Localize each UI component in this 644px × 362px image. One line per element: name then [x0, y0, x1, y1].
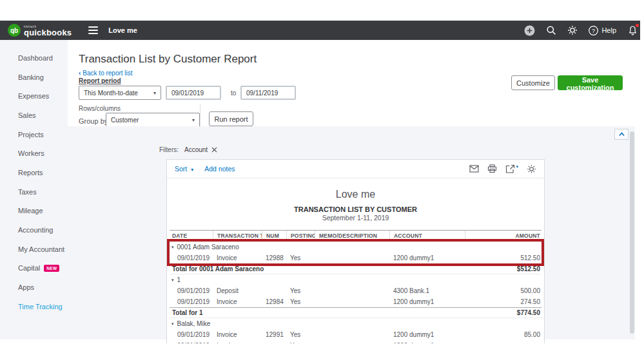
report-period-select[interactable]: This Month-to-date ▾ — [79, 86, 161, 100]
cell-transaction-type: Invoice — [213, 331, 262, 338]
group-by-label: Group by — [79, 117, 108, 125]
sort-dropdown[interactable]: Sort▾ — [175, 165, 193, 173]
transaction-row[interactable]: 09/01/2019DepositYes4300 Bank.1500.00 — [170, 285, 542, 296]
chevron-down-icon: ▾ — [191, 167, 193, 173]
total-label: Total for 0001 Adam Saraceno — [170, 265, 465, 272]
save-customization-button[interactable]: Save customization — [558, 75, 623, 90]
sidebar-item-sales[interactable]: Sales — [0, 106, 68, 125]
sidebar-item-banking[interactable]: Banking — [0, 68, 68, 87]
transaction-row[interactable]: 09/01/2019InvoiceYes1200 dummy1 — [170, 340, 542, 343]
sidebar-item-taxes[interactable]: Taxes — [0, 182, 68, 202]
filter-chip-account: Account — [184, 146, 217, 153]
transaction-row[interactable]: 09/01/2019Invoice12984Yes1200 dummy1274.… — [170, 296, 542, 307]
chevron-left-icon: ‹ — [79, 70, 81, 77]
add-notes-link[interactable]: Add notes — [204, 165, 235, 173]
plus-icon[interactable] — [524, 25, 535, 36]
email-icon[interactable] — [469, 165, 479, 173]
cell-account: 1200 dummy1 — [389, 298, 465, 305]
group-name: 0001 Adam Saraceno — [177, 243, 239, 251]
column-header-num: NUM — [262, 231, 286, 241]
sidebar-item-accounting[interactable]: Accounting — [0, 220, 68, 240]
sidebar-item-reports[interactable]: Reports — [0, 163, 68, 182]
cell-num: 12988 — [262, 254, 286, 262]
cell-amount: 274.50 — [465, 298, 542, 305]
cell-date: 09/01/2019 — [170, 254, 213, 262]
cell-posting: Yes — [286, 287, 315, 294]
cell-account: 1200 dummy1 — [389, 331, 465, 338]
group-header-0001-adam-saraceno[interactable]: ▾0001 Adam Saraceno — [170, 242, 542, 252]
cell-amount: 85.00 — [465, 331, 542, 338]
sidebar-item-expenses[interactable]: Expenses — [0, 86, 68, 106]
sidebar-item-workers[interactable]: Workers — [0, 144, 68, 163]
group-header-1[interactable]: ▾1 — [170, 274, 542, 285]
group-name: Balak, Mike — [177, 320, 211, 327]
export-icon[interactable]: ▾ — [505, 164, 518, 173]
sidebar-item-label: Reports — [18, 169, 43, 176]
quickbooks-logo-icon[interactable]: qb — [8, 24, 21, 37]
column-header-amount: AMOUNT — [465, 231, 542, 241]
sidebar-item-mileage[interactable]: Mileage — [0, 202, 68, 221]
column-header-date: DATE — [170, 231, 213, 241]
print-icon[interactable] — [487, 164, 497, 173]
sidebar-item-label: Sales — [18, 111, 36, 119]
group-name: 1 — [177, 276, 181, 283]
back-to-report-list-link[interactable]: ‹Back to report list — [79, 70, 133, 77]
notifications-bell-icon[interactable] — [627, 25, 638, 36]
transaction-table: DATETRANSACTION TYPENUMPOSTINGMEMO/DESCR… — [170, 230, 542, 343]
sidebar-item-projects[interactable]: Projects — [0, 125, 68, 144]
customize-button[interactable]: Customize — [511, 75, 555, 90]
column-header-account: ACCOUNT — [389, 231, 465, 241]
vertical-divider — [200, 104, 200, 129]
cell-transaction-type: Invoice — [213, 342, 262, 343]
report-settings-gear-icon[interactable] — [527, 164, 536, 174]
filters-row: Filters: Account — [159, 146, 217, 153]
report-panel: Sort▾ Add notes ▾ — [166, 159, 545, 343]
hamburger-menu-icon[interactable] — [88, 26, 98, 34]
customer-group: ▾109/01/2019DepositYes4300 Bank.1500.000… — [170, 274, 542, 307]
cell-account: 4300 Bank.1 — [389, 287, 465, 294]
search-icon[interactable] — [546, 25, 556, 35]
cell-amount: 500.00 — [465, 287, 542, 294]
page-header: Transaction List by Customer Report ‹Bac… — [68, 40, 635, 126]
cell-date: 09/01/2019 — [170, 287, 213, 294]
sidebar-item-label: My Accountant — [18, 245, 64, 253]
cell-transaction-type: Deposit — [213, 287, 262, 294]
cell-amount: 512.50 — [465, 254, 542, 262]
date-from-input[interactable] — [166, 86, 221, 100]
remove-filter-icon[interactable] — [211, 147, 217, 153]
sidebar-item-label: Apps — [18, 283, 34, 291]
group-header-balak-mike[interactable]: ▾Balak, Mike — [170, 318, 542, 329]
chevron-up-icon — [618, 131, 625, 137]
transaction-row[interactable]: 09/01/2019Invoice12988Yes1200 dummy1512.… — [170, 252, 542, 263]
page-title: Transaction List by Customer Report — [79, 53, 257, 66]
sidebar-item-my-accountant[interactable]: My Accountant — [0, 240, 68, 259]
sidebar-item-dashboard[interactable]: Dashboard — [0, 48, 68, 68]
run-report-button[interactable]: Run report — [209, 111, 253, 126]
collapse-group-icon: ▾ — [171, 245, 174, 250]
cell-date: 09/01/2019 — [170, 342, 213, 343]
customer-group: ▾Balak, Mike09/01/2019Invoice12991Yes120… — [170, 318, 542, 340]
collapse-group-icon: ▾ — [171, 278, 174, 283]
table-header-row: DATETRANSACTION TYPENUMPOSTINGMEMO/DESCR… — [170, 230, 542, 242]
cell-account: 1200 dummy1 — [389, 254, 465, 262]
collapse-panel-button[interactable] — [614, 129, 629, 140]
quickbooks-wordmark: intuit quickbooks — [24, 24, 72, 37]
sidebar-item-time-tracking[interactable]: Time Tracking — [0, 297, 68, 316]
svg-text:?: ? — [592, 27, 595, 33]
cell-num: 12984 — [262, 298, 286, 305]
chevron-down-icon: ▾ — [153, 90, 156, 96]
company-name: Love me — [108, 26, 137, 34]
help-icon: ? — [589, 26, 598, 35]
sidebar-item-label: Banking — [18, 73, 44, 81]
transaction-row[interactable]: 09/01/2019Invoice12991Yes1200 dummy185.0… — [170, 329, 542, 340]
gear-icon[interactable] — [567, 25, 578, 35]
group-by-select[interactable]: Customer ▾ — [106, 113, 200, 128]
date-to-input[interactable] — [240, 86, 296, 100]
help-label: Help — [601, 26, 616, 34]
sidebar-item-apps[interactable]: Apps — [0, 278, 68, 297]
report-area: Filters: Account Sort▾ Add notes — [68, 126, 635, 339]
total-row-1: Total for 1$774.50 — [170, 307, 542, 318]
sidebar-item-capital[interactable]: CapitalNEW — [0, 259, 68, 278]
vertical-scrollbar[interactable] — [630, 131, 634, 334]
help-button[interactable]: ? Help — [589, 26, 616, 35]
